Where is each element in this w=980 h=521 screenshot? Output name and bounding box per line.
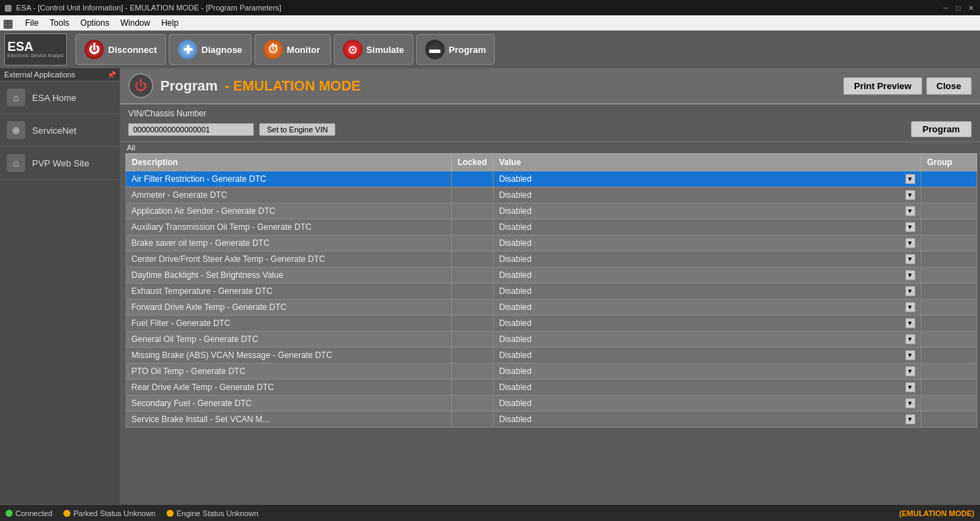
set-engine-vin-button[interactable]: Set to Engine VIN — [259, 123, 335, 136]
table-row[interactable]: General Oil Temp - Generate DTCDisabled▼ — [126, 332, 977, 348]
cell-value: Disabled▼ — [493, 235, 921, 251]
program-button[interactable]: Program — [911, 121, 972, 137]
menu-help[interactable]: Help — [155, 17, 184, 29]
cell-description: Brake saver oil temp - Generate DTC — [126, 235, 452, 251]
title-bar-controls[interactable]: ─ □ ✕ — [941, 3, 976, 13]
cell-group — [921, 348, 977, 364]
monitor-button[interactable]: ⏱ Monitor — [254, 34, 331, 65]
value-dropdown-arrow[interactable]: ▼ — [905, 254, 915, 264]
simulate-button[interactable]: ⊙ Simulate — [334, 34, 413, 65]
table-row[interactable]: Application Air Sender - Generate DTCDis… — [126, 203, 977, 219]
cell-locked — [451, 267, 493, 283]
cell-locked — [451, 203, 493, 219]
parameters-table: Description Locked Value Group Air Filte… — [125, 153, 977, 428]
close-button[interactable]: ✕ — [966, 3, 976, 13]
cell-value: Disabled▼ — [493, 396, 921, 411]
cell-value: Disabled▼ — [493, 187, 921, 203]
table-row[interactable]: Brake saver oil temp - Generate DTCDisab… — [126, 235, 977, 251]
cell-description: Fuel Filter - Generate DTC — [126, 316, 452, 332]
cell-locked — [451, 332, 493, 348]
cell-locked — [451, 300, 493, 316]
emulation-mode-status: (EMULATION MODE) — [899, 509, 974, 518]
table-row[interactable]: Forward Drive Axle Temp - Generate DTCDi… — [126, 300, 977, 316]
menu-tools[interactable]: Tools — [44, 17, 75, 29]
value-dropdown-arrow[interactable]: ▼ — [905, 398, 915, 408]
sidebar-item-servicenet[interactable]: ⊕ ServiceNet — [0, 114, 120, 147]
menu-file[interactable]: File — [20, 17, 44, 29]
sidebar-item-esa-home[interactable]: ⌂ ESA Home — [0, 81, 120, 114]
cell-description: Forward Drive Axle Temp - Generate DTC — [126, 300, 452, 316]
value-dropdown-arrow[interactable]: ▼ — [905, 286, 915, 296]
program-toolbar-button[interactable]: ▬ Program — [416, 34, 495, 65]
table-row[interactable]: Rear Drive Axle Temp - Generate DTCDisab… — [126, 380, 977, 396]
cell-group — [921, 316, 977, 332]
app-icon: ▦ — [3, 17, 15, 29]
value-dropdown-arrow[interactable]: ▼ — [905, 174, 915, 184]
vin-row: Set to Engine VIN Program — [128, 121, 972, 137]
vin-input[interactable] — [128, 123, 254, 136]
cell-value: Disabled▼ — [493, 300, 921, 315]
menu-options[interactable]: Options — [75, 17, 114, 29]
menu-bar: ▦ File Tools Options Window Help — [0, 15, 980, 31]
table-row[interactable]: Center Drive/Front Steer Axle Temp - Gen… — [126, 251, 977, 267]
table-row[interactable]: Fuel Filter - Generate DTCDisabled▼ — [126, 316, 977, 332]
value-dropdown-arrow[interactable]: ▼ — [905, 334, 915, 344]
print-preview-button[interactable]: Print Preview — [843, 77, 921, 95]
value-dropdown-arrow[interactable]: ▼ — [905, 350, 915, 360]
minimize-button[interactable]: ─ — [941, 3, 951, 13]
cell-group — [921, 171, 977, 187]
close-window-button[interactable]: Close — [926, 77, 972, 95]
content-header: ⏻ Program - EMULATION MODE Print Preview… — [120, 68, 980, 104]
title-area: ⏻ Program - EMULATION MODE — [128, 73, 360, 98]
disconnect-button[interactable]: ⏻ Disconnect — [75, 34, 166, 65]
cell-value: Disabled▼ — [493, 364, 921, 379]
cell-description: Secondary Fuel - Generate DTC — [126, 396, 452, 412]
cell-locked — [451, 251, 493, 267]
menu-window[interactable]: Window — [115, 17, 156, 29]
sidebar-header: External Applications 📌 — [0, 68, 120, 81]
sidebar-pin-icon[interactable]: 📌 — [107, 71, 116, 79]
value-dropdown-arrow[interactable]: ▼ — [905, 206, 915, 216]
table-container: All Description Locked Value Group Air F… — [120, 142, 980, 504]
engine-status: Engine Status Unknown — [167, 509, 258, 518]
value-dropdown-arrow[interactable]: ▼ — [905, 238, 915, 248]
diagnose-button[interactable]: ✚ Diagnose — [169, 34, 252, 65]
cell-value: Disabled▼ — [493, 332, 921, 347]
col-value: Value — [493, 154, 921, 171]
table-row[interactable]: Air Filter Restriction - Generate DTCDis… — [126, 171, 977, 187]
connected-status: Connected — [6, 509, 52, 518]
table-row[interactable]: PTO Oil Temp - Generate DTCDisabled▼ — [126, 364, 977, 380]
value-dropdown-arrow[interactable]: ▼ — [905, 382, 915, 392]
maximize-button[interactable]: □ — [954, 3, 963, 13]
cell-description: Auxiliary Transmission Oil Temp - Genera… — [126, 219, 452, 235]
table-row[interactable]: Auxiliary Transmission Oil Temp - Genera… — [126, 219, 977, 235]
table-row[interactable]: Daytime Backlight - Set Brightness Value… — [126, 267, 977, 283]
main-layout: External Applications 📌 ⌂ ESA Home ⊕ Ser… — [0, 68, 980, 504]
table-row[interactable]: Ammeter - Generate DTCDisabled▼ — [126, 187, 977, 203]
title-bar: ▦ ESA - [Control Unit Information] - EMU… — [0, 0, 980, 15]
value-dropdown-arrow[interactable]: ▼ — [905, 270, 915, 280]
value-dropdown-arrow[interactable]: ▼ — [905, 302, 915, 312]
filter-label: All — [125, 143, 977, 152]
status-bar: Connected Parked Status Unknown Engine S… — [0, 504, 980, 521]
cell-locked — [451, 171, 493, 187]
value-dropdown-arrow[interactable]: ▼ — [905, 366, 915, 376]
table-row[interactable]: Service Brake Install - Set VCAN M...Dis… — [126, 412, 977, 428]
value-dropdown-arrow[interactable]: ▼ — [905, 222, 915, 232]
col-locked: Locked — [451, 154, 493, 171]
value-dropdown-arrow[interactable]: ▼ — [905, 414, 915, 424]
cell-locked — [451, 283, 493, 300]
value-dropdown-arrow[interactable]: ▼ — [905, 190, 915, 200]
app-logo: ESA Electronic Service Analyst — [4, 33, 67, 65]
col-group: Group — [921, 154, 977, 171]
cell-description: PTO Oil Temp - Generate DTC — [126, 364, 452, 380]
sidebar-item-pvp-web[interactable]: ⌂ PVP Web Site — [0, 147, 120, 180]
engine-dot — [167, 510, 174, 517]
table-row[interactable]: Secondary Fuel - Generate DTCDisabled▼ — [126, 396, 977, 412]
cell-group — [921, 300, 977, 316]
table-row[interactable]: Exhaust Temperature - Generate DTCDisabl… — [126, 283, 977, 300]
value-dropdown-arrow[interactable]: ▼ — [905, 318, 915, 328]
cell-description: General Oil Temp - Generate DTC — [126, 332, 452, 348]
table-row[interactable]: Missing Brake (ABS) VCAN Message - Gener… — [126, 348, 977, 364]
monitor-icon: ⏱ — [263, 40, 283, 59]
